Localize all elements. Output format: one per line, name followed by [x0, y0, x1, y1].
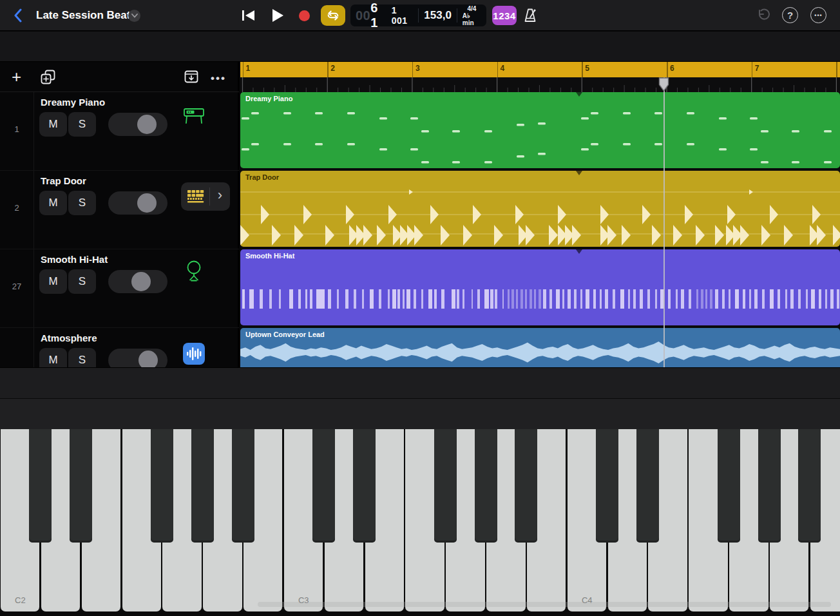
edit-toolbar: Trim — [0, 32, 840, 62]
slider-knob[interactable] — [138, 351, 158, 367]
track-volume-slider[interactable] — [108, 113, 167, 136]
track-lane-dreamy-piano: Dreamy Piano — [240, 92, 840, 171]
lcd-divider — [418, 8, 419, 23]
track-volume-slider[interactable] — [108, 349, 167, 367]
project-key: A♭ min — [463, 12, 481, 26]
piano-black-key[interactable] — [312, 429, 335, 543]
count-in-button[interactable]: 1234 — [492, 6, 517, 25]
track-name: Dreamy Piano — [41, 97, 105, 108]
track-header-trap-door[interactable]: 2 Trap Door M S › — [0, 171, 239, 249]
region-label: Smooth Hi-Hat — [245, 252, 294, 260]
keyboard-control-bar: 0 Sustain Play — [0, 398, 840, 429]
solo-button[interactable]: S — [68, 269, 96, 294]
solo-button[interactable]: S — [68, 191, 96, 215]
skip-back-icon — [242, 10, 254, 21]
piano-black-key[interactable] — [718, 429, 740, 543]
metronome-button[interactable] — [522, 7, 539, 24]
region-label: Dreamy Piano — [245, 95, 292, 102]
slider-knob[interactable] — [131, 272, 151, 291]
lcd-display[interactable]: 00 6 1 1 001 153,0 4/4 A♭ min — [350, 5, 486, 26]
piano-black-key[interactable] — [636, 429, 659, 543]
track-lane-atmosphere: Uptown Conveyor Lead — [240, 328, 840, 367]
piano-black-key[interactable] — [232, 429, 254, 543]
keyboard-scrollbar[interactable] — [258, 602, 831, 607]
bar-line — [243, 62, 244, 77]
bar-number: 6 — [670, 64, 674, 73]
octave-label: C2 — [0, 595, 41, 605]
cycle-range-ruler[interactable]: 12345678 — [240, 62, 840, 77]
slider-knob[interactable] — [137, 115, 157, 134]
track-number: 27 — [0, 282, 33, 291]
piano-black-key[interactable] — [353, 429, 376, 543]
back-chevron-icon — [13, 8, 23, 23]
tracks-area: + ••• — [0, 62, 840, 367]
bar-number: 4 — [501, 64, 505, 73]
more-options-button[interactable]: ••• — [810, 7, 826, 23]
region-label: Uptown Conveyor Lead — [245, 331, 325, 338]
bar-line — [327, 62, 329, 77]
hi-hat-icon — [183, 260, 205, 284]
piano-black-key[interactable] — [798, 429, 821, 543]
audio-waveform-icon — [183, 343, 205, 365]
project-title[interactable]: Late Session Beat — [36, 9, 130, 22]
mute-button[interactable]: M — [39, 269, 67, 294]
piano-black-key[interactable] — [434, 429, 457, 543]
region-dreamy-piano[interactable]: Dreamy Piano — [240, 92, 840, 168]
mute-button[interactable]: M — [39, 112, 67, 137]
play-button[interactable] — [272, 9, 283, 22]
lcd-tempo: 153,0 — [424, 9, 452, 22]
region-smooth-hi-hat[interactable]: Smooth Hi-Hat — [240, 249, 840, 325]
track-volume-slider[interactable] — [108, 270, 167, 293]
slider-knob[interactable] — [137, 193, 157, 213]
go-to-beginning-button[interactable] — [242, 10, 254, 21]
track-header-atmosphere[interactable]: Atmosphere M S — [0, 328, 239, 367]
undo-button[interactable] — [755, 8, 770, 23]
bar-line — [412, 62, 414, 77]
cycle-loop-button[interactable] — [321, 5, 345, 26]
bar-line — [667, 62, 668, 77]
region-uptown-conveyor-lead[interactable]: Uptown Conveyor Lead — [240, 328, 840, 367]
piano-black-key[interactable] — [151, 429, 173, 543]
playhead-line — [663, 77, 665, 367]
playhead-marker[interactable] — [658, 77, 669, 91]
bar-number: 7 — [755, 64, 759, 73]
mute-button[interactable]: M — [39, 191, 67, 215]
piano-black-key[interactable] — [475, 429, 497, 543]
region-trap-door[interactable]: Trap Door — [240, 171, 840, 247]
piano-black-key[interactable] — [191, 429, 214, 543]
track-number: 2 — [0, 203, 33, 213]
title-menu-button[interactable] — [128, 10, 140, 22]
piano-black-key[interactable] — [29, 429, 52, 543]
track-header-controls: + ••• — [0, 62, 239, 92]
solo-button[interactable]: S — [68, 112, 96, 137]
track-header-dreamy-piano[interactable]: 1 Dreamy Piano M S — [0, 92, 239, 171]
bar-number: 2 — [330, 64, 335, 73]
track-lane-smooth-hi-hat: Smooth Hi-Hat — [240, 249, 840, 328]
solo-button[interactable]: S — [68, 348, 96, 367]
track-volume-slider[interactable] — [108, 191, 167, 215]
loop-icon — [325, 10, 341, 21]
track-header-smooth-hi-hat[interactable]: 27 Smooth Hi-Hat M S — [0, 249, 239, 328]
bar-number: 3 — [415, 64, 420, 73]
piano-black-key[interactable] — [758, 429, 781, 543]
metronome-icon — [522, 7, 539, 24]
piano-black-key[interactable] — [70, 429, 92, 543]
duplicate-track-button[interactable] — [40, 69, 56, 85]
view-switch-bar — [0, 367, 840, 398]
mute-button[interactable]: M — [39, 348, 67, 367]
help-button[interactable]: ? — [782, 7, 798, 23]
track-name: Atmosphere — [41, 332, 97, 343]
drum-editor-button[interactable]: › — [181, 182, 230, 211]
bar-line — [836, 62, 837, 77]
import-icon — [184, 70, 199, 84]
ruler-ticks[interactable] — [240, 77, 840, 92]
track-header-more-button[interactable]: ••• — [211, 72, 226, 85]
piano-black-key[interactable] — [596, 429, 618, 543]
piano-black-key[interactable] — [515, 429, 537, 543]
time-signature: 4/4 — [467, 5, 476, 12]
timeline: 12345678 Dreamy Piano Trap Door Smooth H… — [240, 62, 840, 367]
import-track-button[interactable] — [184, 70, 199, 84]
add-track-button[interactable]: + — [12, 67, 21, 87]
back-button[interactable] — [13, 8, 23, 23]
record-button[interactable] — [299, 10, 310, 21]
